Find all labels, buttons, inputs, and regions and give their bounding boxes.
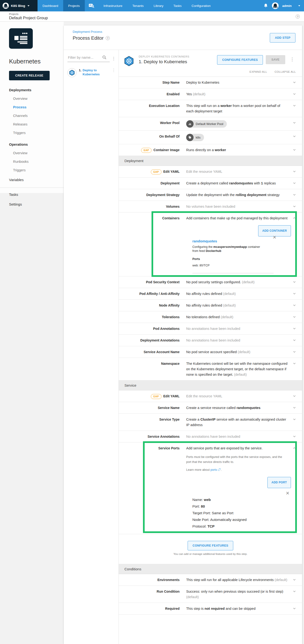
chevron-down-icon[interactable]: [292, 350, 297, 355]
sidebar-item-operations-overview[interactable]: Overview: [13, 151, 64, 155]
target-tag-chip[interactable]: k8s: [186, 134, 204, 141]
nav-tenants[interactable]: Tenants: [127, 0, 148, 12]
search-icon: [102, 55, 107, 60]
page-title: Default Project Group: [9, 16, 304, 20]
chevron-down-icon[interactable]: [292, 589, 297, 594]
chevron-down-icon[interactable]: [292, 121, 297, 126]
nav-search[interactable]: [85, 0, 99, 12]
chevron-down-icon[interactable]: [292, 417, 297, 422]
add-step-button[interactable]: ADD STEP: [270, 33, 296, 42]
chevron-down-icon[interactable]: [298, 5, 300, 6]
chevron-down-icon[interactable]: [292, 315, 297, 320]
expand-all-button[interactable]: EXPAND ALL: [250, 70, 267, 73]
sidebar-item-deployment-triggers[interactable]: Triggers: [13, 131, 64, 135]
chevron-down-icon[interactable]: [292, 406, 297, 411]
worker-pool-chip[interactable]: Default Worker Pool: [186, 120, 227, 128]
user-avatar[interactable]: [272, 2, 279, 9]
chevron-down-icon[interactable]: [292, 170, 297, 174]
save-button[interactable]: SAVE: [266, 55, 285, 64]
sidebar-item-releases[interactable]: Releases: [13, 122, 64, 126]
editor-title: Process Editor: [73, 36, 104, 41]
sidebar-item-variables[interactable]: Variables: [9, 178, 64, 182]
bell-icon[interactable]: [263, 3, 268, 8]
ports-docs-link[interactable]: ports: [210, 468, 217, 472]
sidebar-item-runbooks[interactable]: Runbooks: [13, 160, 64, 164]
project-logo: [9, 28, 33, 49]
chevron-down-icon[interactable]: [292, 338, 297, 343]
row-pod-affinity: Pod Affinity / Anti-Affinity No affinity…: [119, 288, 302, 300]
deployment-process-link[interactable]: Deployment Process: [73, 30, 302, 34]
service-ports-note: Ports must be configured with the ports …: [186, 454, 287, 464]
step-list-item[interactable]: 1. Deploy to Kubernetes ⋮: [67, 68, 118, 77]
chevron-up-icon[interactable]: [292, 446, 297, 451]
create-release-button[interactable]: CREATE RELEASE: [9, 71, 50, 80]
expand-collapse-controls: EXPAND ALL COLLAPSE ALL: [119, 66, 302, 77]
nav-infrastructure[interactable]: Infrastructure: [99, 0, 128, 12]
row-service-ports: Service Ports Add service ports that are…: [119, 442, 302, 534]
sidebar-item-tasks[interactable]: Tasks: [9, 192, 64, 196]
breadcrumb-parent[interactable]: Projects: [9, 12, 304, 16]
nav-tasks[interactable]: Tasks: [168, 0, 187, 12]
step-overflow-menu[interactable]: ⋮: [110, 68, 118, 77]
chevron-down-icon[interactable]: [292, 578, 297, 583]
worker-pool-icon: [186, 120, 194, 128]
chevron-down-icon[interactable]: [292, 394, 297, 399]
nav-configuration[interactable]: Configuration: [186, 0, 215, 12]
row-pod-annotations: Pod Annotations No annotations have been…: [119, 323, 302, 334]
sidebar-header-operations: Operations: [9, 142, 64, 146]
chevron-down-icon[interactable]: [292, 606, 297, 612]
chevron-down-icon[interactable]: [292, 326, 297, 332]
chevron-down-icon[interactable]: [292, 104, 297, 108]
help-icon[interactable]: ?: [296, 14, 300, 18]
collapse-all-button[interactable]: COLLAPSE ALL: [275, 70, 296, 73]
step-overflow-menu[interactable]: ⋮: [288, 57, 297, 62]
configure-features-button[interactable]: CONFIGURE FEATURES: [188, 541, 233, 550]
nav-projects[interactable]: Projects: [63, 0, 85, 12]
steps-overflow-menu[interactable]: ⋮: [110, 56, 118, 60]
chevron-down-icon[interactable]: [292, 434, 297, 440]
nav-dashboard[interactable]: Dashboard: [37, 0, 63, 12]
sidebar-item-settings[interactable]: Settings: [9, 202, 64, 206]
sidebar-item-operations-triggers[interactable]: Triggers: [13, 168, 64, 172]
space-switcher[interactable]: K8S Blog: [0, 0, 37, 12]
chevron-down-icon[interactable]: [292, 148, 297, 153]
step-editor-pane: DEPLOY KUBERNETES CONTAINERS 1. Deploy t…: [119, 50, 302, 644]
nav-tabs: Dashboard Projects Infrastructure Tenant…: [37, 0, 216, 12]
chevron-down-icon[interactable]: [292, 280, 297, 285]
chevron-down-icon: [27, 5, 29, 6]
sidebar-item-channels[interactable]: Channels: [13, 114, 64, 118]
step-name-link[interactable]: Deploy to Kubernetes: [83, 68, 104, 77]
remove-container-icon[interactable]: ✕: [273, 235, 277, 240]
kubernetes-step-icon: [123, 56, 134, 66]
nav-library[interactable]: Library: [149, 0, 168, 12]
row-containers: Containers Add containers that make up t…: [119, 212, 302, 276]
chevron-down-icon[interactable]: [292, 193, 297, 198]
eap-badge: EAP: [151, 170, 162, 174]
chevron-down-icon[interactable]: [292, 204, 297, 209]
row-enabled: Enabled Yes (default): [119, 88, 302, 100]
remove-port-icon[interactable]: ✕: [286, 491, 290, 496]
filter-input[interactable]: [67, 55, 102, 60]
chevron-down-icon[interactable]: [292, 362, 297, 366]
chevron-down-icon[interactable]: [292, 80, 297, 85]
add-port-button[interactable]: ADD PORT: [268, 477, 291, 488]
configure-features-button[interactable]: CONFIGURE FEATURES: [217, 55, 263, 65]
sidebar-item-deployments-overview[interactable]: Overview: [13, 97, 64, 100]
chevron-down-icon[interactable]: [292, 92, 297, 97]
chevron-down-icon[interactable]: [292, 303, 297, 308]
step-header: DEPLOY KUBERNETES CONTAINERS 1. Deploy t…: [119, 50, 302, 66]
username[interactable]: admin: [282, 4, 292, 8]
row-tolerations: Tolerations No tolerations defined (defa…: [119, 311, 302, 323]
sidebar-item-process[interactable]: Process: [13, 105, 64, 109]
container-name-link[interactable]: randomquotes: [192, 238, 274, 244]
chevron-up-icon[interactable]: [292, 216, 297, 221]
help-icon[interactable]: ?: [106, 36, 110, 40]
chevron-down-icon[interactable]: [292, 292, 297, 296]
chevron-down-icon[interactable]: [292, 181, 297, 186]
chevron-down-icon[interactable]: [292, 134, 297, 139]
row-container-image: EAP Container Image Runs directly on a w…: [119, 144, 302, 156]
container-ports-value: web: 80/TCP: [192, 263, 274, 268]
eap-badge: EAP: [141, 148, 152, 153]
features-caption: You can add or manage additional feature…: [119, 552, 302, 555]
octopus-logo-icon: [2, 2, 9, 9]
